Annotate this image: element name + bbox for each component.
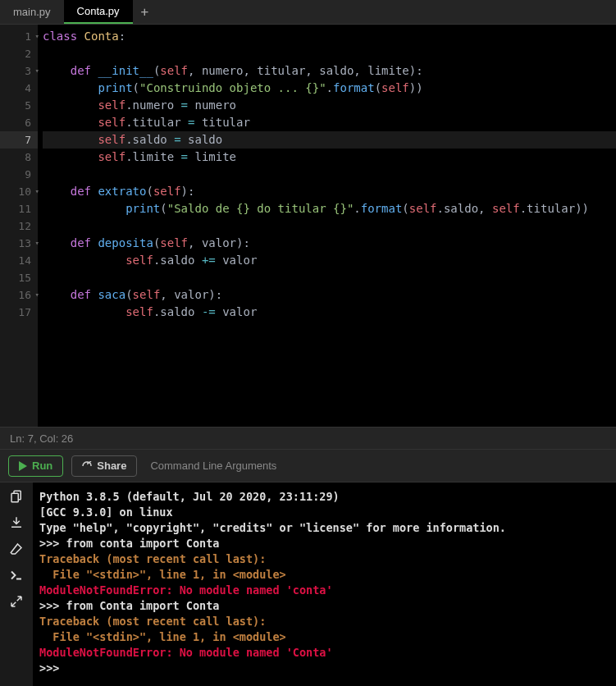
share-label: Share: [97, 460, 126, 472]
play-icon: [19, 461, 27, 471]
console-line: Traceback (most recent call last):: [39, 614, 609, 629]
tab-Conta-py[interactable]: Conta.py: [64, 0, 133, 24]
code-line[interactable]: def deposita(self, valor):: [43, 235, 616, 252]
fold-icon[interactable]: ▾: [35, 28, 39, 45]
line-number: 7: [0, 131, 38, 149]
code-line[interactable]: def saca(self, valor):: [43, 286, 616, 304]
svg-rect-1: [11, 493, 18, 502]
line-number: 13▾: [0, 235, 38, 252]
console-line: Type "help", "copyright", "credits" or "…: [39, 520, 609, 536]
console-line: >>> from conta import Conta: [39, 536, 609, 551]
console-sidebar: [0, 482, 33, 686]
code-line[interactable]: self.titular = titular: [43, 114, 616, 131]
line-number: 6: [0, 114, 38, 131]
code-line[interactable]: [43, 217, 616, 235]
code-area[interactable]: class Conta: def __init__(self, numero, …: [38, 25, 616, 427]
line-number: 11: [0, 200, 38, 217]
code-line[interactable]: self.limite = limite: [43, 149, 616, 166]
console-output[interactable]: Python 3.8.5 (default, Jul 20 2020, 23:1…: [33, 482, 616, 686]
console-line: Traceback (most recent call last):: [39, 551, 609, 567]
code-line[interactable]: [43, 166, 616, 183]
line-number: 9: [0, 166, 38, 183]
download-icon[interactable]: [9, 515, 24, 530]
fold-icon[interactable]: ▾: [35, 235, 39, 252]
add-tab-button[interactable]: +: [133, 4, 157, 20]
line-number: 14: [0, 252, 38, 269]
console-line: >>> from Conta import Conta: [39, 598, 609, 614]
console-line: [GCC 9.3.0] on linux: [39, 505, 609, 520]
code-line[interactable]: [43, 269, 616, 286]
line-number: 8: [0, 149, 38, 166]
line-gutter: 1▾23▾45678910▾111213▾141516▾17: [0, 25, 38, 427]
line-number: 5: [0, 97, 38, 114]
code-line[interactable]: self.saldo = saldo: [43, 131, 616, 149]
terminal-icon[interactable]: [9, 568, 24, 583]
line-number: 12: [0, 217, 38, 235]
toolbar: Run Share Command Line Arguments: [0, 450, 616, 482]
code-line[interactable]: class Conta:: [43, 28, 616, 45]
line-number: 16▾: [0, 286, 38, 304]
fold-icon[interactable]: ▾: [35, 183, 39, 200]
console-line: >>>: [39, 661, 609, 676]
code-line[interactable]: self.numero = numero: [43, 97, 616, 114]
console-line: File "<stdin>", line 1, in <module>: [39, 567, 609, 583]
code-line[interactable]: self.saldo -= valor: [43, 304, 616, 321]
code-line[interactable]: def extrato(self):: [43, 183, 616, 200]
status-bar: Ln: 7, Col: 26: [0, 427, 616, 450]
line-number: 2: [0, 45, 38, 62]
line-number: 15: [0, 269, 38, 286]
run-label: Run: [32, 460, 52, 472]
copy-icon[interactable]: [9, 489, 24, 504]
tab-bar: main.pyConta.py +: [0, 0, 616, 25]
cursor-position: Ln: 7, Col: 26: [10, 432, 73, 445]
share-button[interactable]: Share: [71, 455, 137, 477]
fold-icon[interactable]: ▾: [35, 62, 39, 80]
tab-main-py[interactable]: main.py: [0, 0, 64, 24]
line-number: 4: [0, 80, 38, 97]
line-number: 3▾: [0, 62, 38, 80]
line-number: 10▾: [0, 183, 38, 200]
code-line[interactable]: [43, 45, 616, 62]
code-line[interactable]: self.saldo += valor: [43, 252, 616, 269]
console-line: ModuleNotFoundError: No module named 'Co…: [39, 645, 609, 661]
console-line: File "<stdin>", line 1, in <module>: [39, 629, 609, 645]
code-line[interactable]: print("Construindo objeto ... {}".format…: [43, 80, 616, 97]
code-editor[interactable]: 1▾23▾45678910▾111213▾141516▾17 class Con…: [0, 25, 616, 427]
console-line: Python 3.8.5 (default, Jul 20 2020, 23:1…: [39, 489, 609, 505]
console-panel: Python 3.8.5 (default, Jul 20 2020, 23:1…: [0, 482, 616, 686]
expand-icon[interactable]: [9, 594, 24, 609]
console-line: ModuleNotFoundError: No module named 'co…: [39, 583, 609, 598]
line-number: 1▾: [0, 28, 38, 45]
code-line[interactable]: def __init__(self, numero, titular, sald…: [43, 62, 616, 80]
run-button[interactable]: Run: [8, 455, 63, 477]
erase-icon[interactable]: [9, 542, 24, 556]
fold-icon[interactable]: ▾: [35, 286, 39, 304]
share-icon: [82, 461, 92, 471]
code-line[interactable]: print("Saldo de {} do titular {}".format…: [43, 200, 616, 217]
command-line-args[interactable]: Command Line Arguments: [150, 460, 276, 472]
line-number: 17: [0, 304, 38, 321]
